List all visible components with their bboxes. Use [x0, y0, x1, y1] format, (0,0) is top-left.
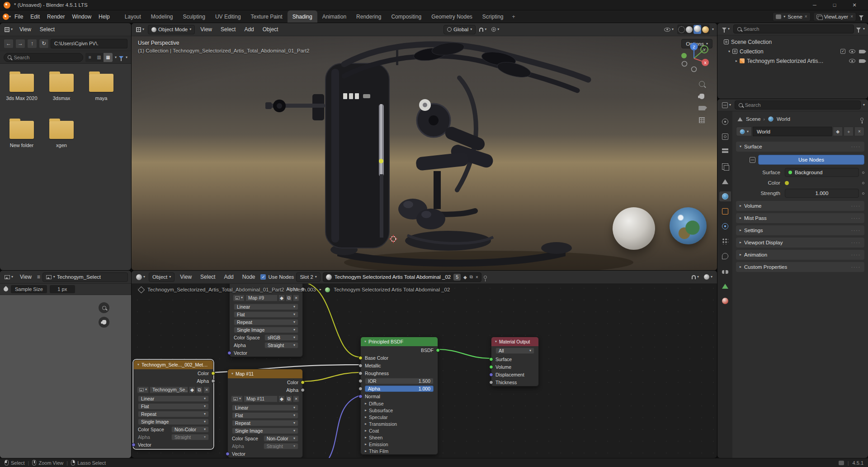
material-selector[interactable]: Technogym Selectorized Artis Total Abdom…: [323, 272, 481, 282]
extension-dropdown[interactable]: Repeat▾: [232, 420, 298, 426]
volume-panel-header[interactable]: ▸Volume····: [736, 201, 864, 211]
expand-icon[interactable]: ▾: [728, 50, 730, 53]
tab-modeling[interactable]: Modeling: [146, 10, 178, 23]
fake-user-button[interactable]: ◆: [278, 396, 285, 402]
vector-input-socket[interactable]: [226, 452, 230, 456]
search-box[interactable]: [4, 53, 83, 62]
vector-input-socket[interactable]: [132, 443, 136, 447]
color-output-socket[interactable]: [301, 380, 305, 384]
alpha-mode-dropdown[interactable]: Straight▾: [264, 443, 298, 449]
unlink-button[interactable]: ×: [203, 386, 210, 393]
use-nodes-checkbox[interactable]: ✓Use Nodes: [260, 274, 294, 280]
thin-film-section[interactable]: ▸Thin Film: [361, 448, 438, 454]
projection-dropdown[interactable]: Flat▾: [232, 412, 298, 419]
snap-toggle[interactable]: ▾: [478, 28, 488, 32]
filter-funnel-icon[interactable]: [119, 56, 123, 59]
base-color-socket[interactable]: [359, 356, 363, 360]
projection-dropdown[interactable]: Flat▾: [234, 311, 298, 318]
source-dropdown[interactable]: Single Image▾: [232, 428, 298, 434]
image-name-field[interactable]: Technogym_Se...: [150, 386, 188, 393]
properties-search-input[interactable]: [745, 102, 857, 108]
menu-view[interactable]: View: [17, 274, 35, 280]
add-workspace-button[interactable]: +: [509, 10, 519, 23]
strength-field[interactable]: 1.000: [785, 189, 859, 198]
viewport-3d[interactable]: ▾ Object Mode▾ View Select Add Object Gl…: [132, 23, 717, 270]
tab-texture-paint[interactable]: Texture Paint: [246, 10, 288, 23]
interpolation-dropdown[interactable]: Linear▾: [138, 396, 209, 402]
menu-view[interactable]: View: [177, 274, 195, 280]
blender-menu-icon[interactable]: [3, 14, 9, 20]
image-selector[interactable]: ▾ Technogym_Select: [42, 272, 128, 282]
unlink-material-icon[interactable]: ×: [476, 275, 478, 280]
outliner-row-object[interactable]: ▸ Technogym Selectorized Artis To: [717, 56, 868, 66]
render-visibility-icon[interactable]: [859, 59, 864, 63]
animate-dot[interactable]: [862, 192, 864, 195]
alpha-output-socket[interactable]: [301, 388, 305, 392]
transform-orientation-dropdown[interactable]: Global▾: [443, 25, 476, 34]
tab-animation[interactable]: Animation: [317, 10, 351, 23]
menu-view[interactable]: View: [16, 26, 34, 33]
overlays-toggle[interactable]: ▾: [703, 274, 714, 280]
display-thumbnails-button[interactable]: ▦: [104, 53, 113, 62]
alpha-mode-dropdown[interactable]: Straight▾: [171, 434, 209, 440]
use-nodes-button[interactable]: Use Nodes: [758, 155, 864, 165]
navigation-gizmo[interactable]: Z Y X: [679, 41, 709, 75]
folder-item[interactable]: 3dsmax: [42, 69, 81, 116]
extension-dropdown[interactable]: Repeat▾: [138, 411, 209, 417]
pan-button[interactable]: [99, 317, 109, 328]
pin-icon[interactable]: [860, 118, 863, 121]
animate-dot[interactable]: [862, 182, 864, 184]
tab-layout[interactable]: Layout: [120, 10, 146, 23]
color-socket-icon[interactable]: [785, 181, 789, 185]
source-dropdown[interactable]: Single Image▾: [234, 327, 298, 333]
tab-physics[interactable]: [719, 251, 731, 261]
selectability-checkbox[interactable]: ✓: [840, 49, 845, 54]
unlink-button[interactable]: ×: [293, 295, 299, 301]
unlink-world-button[interactable]: ×: [854, 127, 864, 136]
browse-world-button[interactable]: ▾: [736, 127, 752, 136]
image-browse-button[interactable]: ▾: [137, 386, 149, 393]
tab-render[interactable]: [719, 132, 731, 142]
node-header[interactable]: ▾Map #11: [228, 369, 302, 378]
source-dropdown[interactable]: Single Image▾: [138, 419, 209, 425]
editor-type-button[interactable]: ▾: [135, 274, 146, 280]
tab-output[interactable]: [719, 147, 731, 157]
metallic-socket[interactable]: [359, 363, 363, 367]
custom-properties-panel-header[interactable]: ▸Custom Properties····: [736, 262, 864, 272]
chevron-down-icon[interactable]: ▾: [863, 27, 865, 31]
tab-uv-editing[interactable]: UV Editing: [210, 10, 246, 23]
menu-select[interactable]: Select: [217, 26, 239, 33]
fake-user-icon[interactable]: ◆: [463, 275, 467, 280]
world-name-field[interactable]: World: [753, 127, 832, 136]
menu-file[interactable]: File: [11, 12, 27, 21]
outliner-row-scene-collection[interactable]: Scene Collection: [717, 37, 868, 47]
node-image-texture-metallic[interactable]: ▾Technogym_Sele..._002_Metallic.png Colo…: [133, 360, 213, 449]
viewport-display-panel-header[interactable]: ▸Viewport Display····: [736, 238, 864, 248]
tab-sculpting[interactable]: Sculpting: [178, 10, 210, 23]
target-dropdown[interactable]: All▾: [495, 348, 534, 354]
projection-dropdown[interactable]: Flat▾: [138, 403, 209, 410]
editor-type-button[interactable]: ▾: [721, 27, 731, 31]
node-header[interactable]: ▾Technogym_Sele..._002_Metallic.png: [134, 360, 213, 369]
menu-add[interactable]: Add: [241, 26, 257, 33]
chevron-down-icon[interactable]: ▾: [126, 56, 127, 59]
thickness-socket[interactable]: [489, 380, 493, 384]
roughness-socket[interactable]: [359, 371, 363, 375]
pin-icon[interactable]: [484, 276, 487, 279]
node-image-texture-map11[interactable]: ▾Map #11 Color Alpha ▾ Map #11 ◆ ⧉ × Lin…: [227, 369, 303, 458]
display-list-button[interactable]: ≡: [85, 53, 94, 62]
ior-socket[interactable]: [359, 379, 363, 383]
tab-view-layer[interactable]: [719, 162, 731, 172]
unlink-button[interactable]: ×: [293, 396, 299, 402]
image-name-field[interactable]: Map #11: [244, 396, 278, 402]
menu-select[interactable]: Select: [197, 274, 218, 280]
tab-object[interactable]: [719, 206, 731, 216]
close-button[interactable]: ✕: [844, 0, 864, 10]
alpha-mode-dropdown[interactable]: Straight▾: [264, 342, 298, 348]
forward-button[interactable]: →: [15, 39, 25, 48]
outliner-row-collection[interactable]: ▾ Collection ✓: [717, 47, 868, 56]
chevron-down-icon[interactable]: ▾: [712, 28, 714, 31]
editor-type-button[interactable]: ▾: [3, 275, 14, 279]
menu-help[interactable]: Help: [95, 12, 113, 21]
color-output-socket[interactable]: [211, 371, 215, 375]
